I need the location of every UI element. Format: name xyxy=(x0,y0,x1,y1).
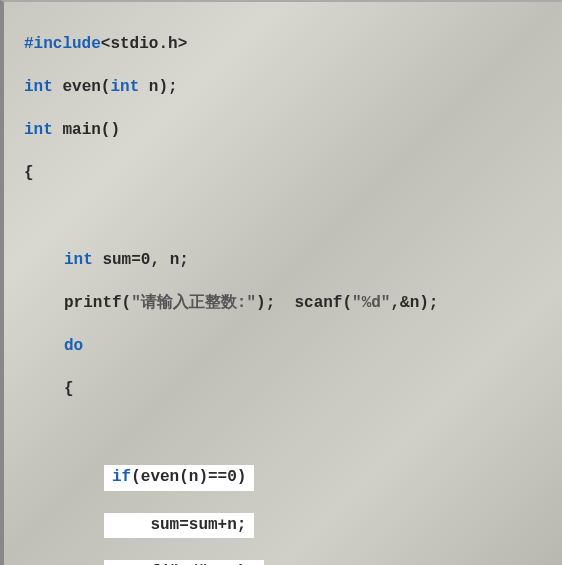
code-editor-view: #include<stdio.h> int even(int n); int m… xyxy=(24,12,542,565)
code-line-7: do xyxy=(24,336,542,358)
brace-open: { xyxy=(64,380,74,398)
code-line-10: sum=sum+n; xyxy=(24,513,542,539)
function-name: even xyxy=(62,78,100,96)
keyword-int: int xyxy=(64,251,93,269)
keyword-do: do xyxy=(64,337,83,355)
keyword-int: int xyxy=(24,121,53,139)
code-line-8: { xyxy=(24,379,542,401)
code-line-3: int main() xyxy=(24,120,542,142)
highlighted-block: if(even(n)==0) xyxy=(104,465,254,491)
code-line-6: printf("请输入正整数:"); scanf("%d",&n); xyxy=(24,293,542,315)
code-line-2: int even(int n); xyxy=(24,77,542,99)
blank-line xyxy=(24,422,542,444)
code-line-11: scanf("%d",&n); xyxy=(24,560,542,565)
preprocessor-directive: #include xyxy=(24,35,101,53)
function-main: main xyxy=(62,121,100,139)
brace-open: { xyxy=(24,164,34,182)
keyword-int: int xyxy=(110,78,139,96)
header-name: <stdio.h> xyxy=(101,35,187,53)
highlighted-block: scanf("%d",&n); xyxy=(104,560,264,565)
keyword-int: int xyxy=(24,78,53,96)
code-line-5: int sum=0, n; xyxy=(24,250,542,272)
code-line-9: if(even(n)==0) xyxy=(24,465,542,491)
blank-line xyxy=(24,206,542,228)
highlighted-block: sum=sum+n; xyxy=(104,513,254,539)
code-line-4: { xyxy=(24,163,542,185)
keyword-if: if xyxy=(112,468,131,486)
code-line-1: #include<stdio.h> xyxy=(24,34,542,56)
